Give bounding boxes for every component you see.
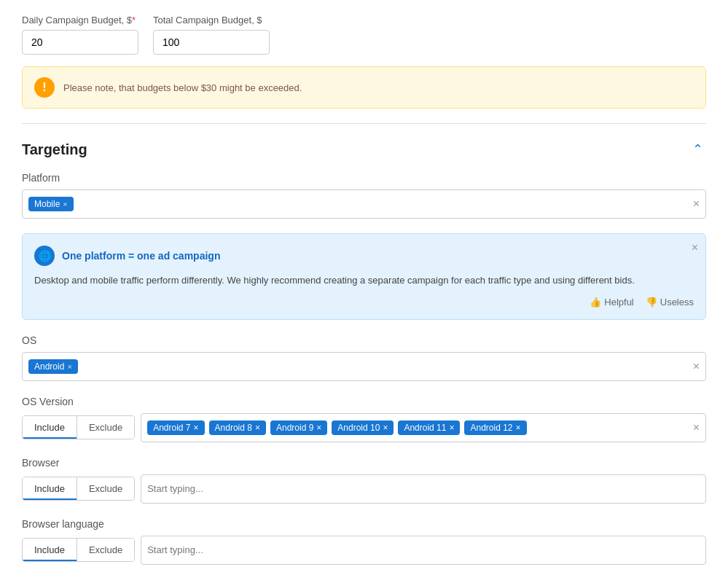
warning-icon: ! [34, 77, 55, 98]
browser-include-button[interactable]: Include [23, 477, 77, 500]
os-version-row: Include Exclude Android 7 × Android 8 × … [22, 413, 706, 442]
daily-budget-input[interactable] [22, 30, 138, 55]
os-version-tag-android12: Android 12 × [464, 420, 526, 435]
os-version-tag-android10: Android 10 × [332, 420, 394, 435]
browser-language-include-button[interactable]: Include [23, 539, 77, 561]
os-version-label: OS Version [22, 396, 706, 407]
targeting-collapse-button[interactable]: ⌃ [689, 138, 706, 160]
os-version-tag-android12-close[interactable]: × [516, 423, 521, 433]
platform-clear-button[interactable]: × [693, 197, 700, 211]
targeting-section-header: Targeting ⌃ [22, 138, 706, 160]
browser-language-ie-group: Include Exclude [22, 538, 135, 562]
os-input-container[interactable]: Android × × [22, 352, 706, 381]
os-version-ie-group: Include Exclude [22, 415, 135, 439]
platform-input-container[interactable]: Mobile × × [22, 189, 706, 219]
os-section: OS Android × × [22, 334, 706, 381]
browser-language-exclude-button[interactable]: Exclude [77, 539, 134, 561]
os-version-section: OS Version Include Exclude Android 7 × A… [22, 396, 706, 442]
daily-budget-group: Daily Campaign Budget, $* [22, 15, 138, 55]
os-version-exclude-button[interactable]: Exclude [77, 416, 134, 439]
browser-language-section: Browser language Include Exclude [22, 518, 706, 565]
platform-label: Platform [22, 172, 706, 184]
browser-section: Browser Include Exclude [22, 457, 706, 504]
warning-box: ! Please note, that budgets below $30 mi… [22, 66, 706, 109]
os-tag-android-close[interactable]: × [67, 362, 71, 371]
info-card-body: Desktop and mobile traffic perform diffe… [34, 273, 694, 288]
useless-button[interactable]: 👎 Useless [646, 297, 694, 308]
os-version-include-button[interactable]: Include [23, 416, 77, 439]
browser-language-input-container[interactable] [141, 536, 706, 565]
thumbs-up-icon: 👍 [590, 297, 601, 308]
platform-tag-mobile: Mobile × [28, 197, 74, 211]
os-version-tag-android11-close[interactable]: × [449, 423, 454, 433]
info-card-icon: 🌐 [34, 246, 55, 266]
os-tag-android: Android × [28, 359, 78, 374]
total-budget-input[interactable] [153, 30, 270, 55]
browser-language-input[interactable] [147, 544, 682, 555]
total-budget-label: Total Campaign Budget, $ [153, 15, 270, 26]
info-card-close-button[interactable]: × [692, 241, 698, 254]
info-card-actions: 👍 Helpful 👎 Useless [34, 297, 694, 308]
os-version-tag-android9-close[interactable]: × [316, 423, 321, 433]
os-clear-button[interactable]: × [693, 360, 700, 373]
platform-section: Platform Mobile × × [22, 172, 706, 219]
total-budget-group: Total Campaign Budget, $ [153, 15, 270, 55]
section-divider [22, 123, 706, 124]
os-version-clear-button[interactable]: × [693, 421, 700, 434]
os-version-tags: Android 7 × Android 8 × Android 9 × Andr… [147, 420, 526, 435]
browser-language-label: Browser language [22, 518, 706, 530]
os-version-tag-android11: Android 11 × [398, 420, 460, 435]
helpful-button[interactable]: 👍 Helpful [590, 297, 633, 308]
os-version-tag-android7: Android 7 × [147, 420, 204, 435]
os-label: OS [22, 334, 706, 346]
os-version-tag-android10-close[interactable]: × [383, 423, 388, 433]
browser-row: Include Exclude [22, 474, 706, 504]
os-version-input-container[interactable]: Android 7 × Android 8 × Android 9 × Andr… [141, 413, 706, 442]
browser-label: Browser [22, 457, 706, 469]
warning-text: Please note, that budgets below $30 migh… [63, 82, 302, 93]
os-version-tag-android7-close[interactable]: × [194, 423, 199, 433]
info-card-title: One platform = one ad campaign [62, 250, 220, 262]
platform-tag-mobile-close[interactable]: × [63, 200, 67, 208]
thumbs-down-icon: 👎 [646, 297, 657, 308]
page-container: Daily Campaign Budget, $* Total Campaign… [0, 0, 728, 583]
browser-input-container[interactable] [141, 474, 706, 504]
info-card: 🌐 One platform = one ad campaign × Deskt… [22, 233, 706, 320]
targeting-title: Targeting [22, 141, 87, 158]
browser-input[interactable] [147, 483, 682, 494]
browser-exclude-button[interactable]: Exclude [77, 477, 134, 500]
budget-row: Daily Campaign Budget, $* Total Campaign… [22, 15, 706, 55]
os-version-tag-android8: Android 8 × [209, 420, 266, 435]
os-version-tag-android8-close[interactable]: × [255, 423, 260, 433]
info-card-header: 🌐 One platform = one ad campaign [34, 246, 694, 266]
browser-language-row: Include Exclude [22, 536, 706, 565]
browser-ie-group: Include Exclude [22, 477, 135, 501]
daily-budget-label: Daily Campaign Budget, $* [22, 15, 138, 26]
os-version-tag-android9: Android 9 × [270, 420, 327, 435]
